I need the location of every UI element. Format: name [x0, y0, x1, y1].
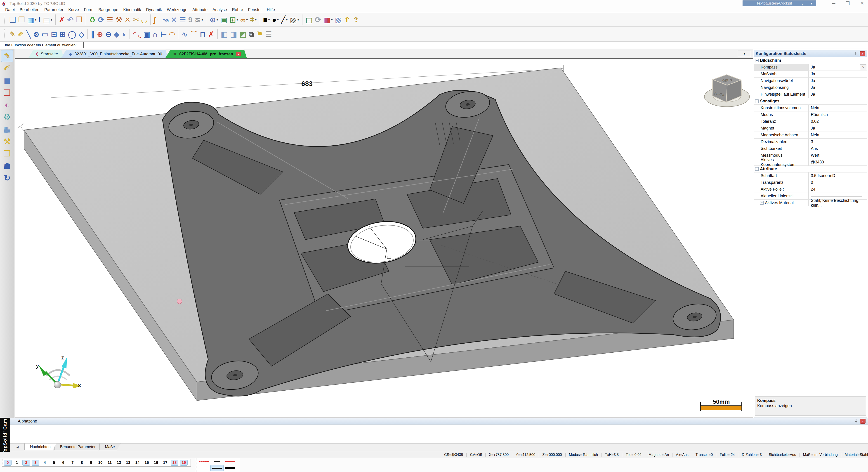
menu-bearbeiten[interactable]: Bearbeiten	[17, 7, 42, 12]
property-value[interactable]: Nein	[809, 105, 867, 111]
layer-15[interactable]: 15	[143, 460, 151, 466]
double-rectangle-button[interactable]: ⊞	[58, 28, 67, 40]
dropdown-arrow-icon[interactable]: ▾	[237, 18, 238, 22]
ellipse-tool-button[interactable]: ◯	[67, 28, 77, 40]
dropdown-arrow-icon[interactable]: ▾	[277, 18, 279, 22]
menu-werkzeuge[interactable]: Werkzeuge	[164, 7, 190, 12]
collapse-icon[interactable]: −	[755, 167, 758, 171]
menu-kinematik[interactable]: Kinematik	[121, 7, 144, 12]
property-value[interactable]: 3	[809, 138, 867, 145]
layer-1[interactable]: 1	[13, 460, 21, 466]
color-swatch-button[interactable]: ■▾	[262, 14, 271, 26]
property-value[interactable]: 3.5 IsonormD	[809, 172, 867, 179]
alphazone-content[interactable]	[10, 424, 868, 443]
unlink-curve-button[interactable]: ✕	[170, 14, 178, 26]
alphazone-tab-mae[interactable]: Maße	[99, 443, 121, 450]
solid-box-button[interactable]: ◼	[1, 74, 13, 86]
property-row[interactable]: Aktive Folie :24	[754, 186, 867, 193]
zoom-in-button[interactable]: ⊕▾	[209, 14, 219, 26]
shell-tool-button[interactable]: ◡	[140, 14, 148, 26]
property-row[interactable]: NavigationsringJa	[754, 84, 867, 91]
new-document-button[interactable]: ❏	[8, 14, 17, 26]
layer-11[interactable]: 11	[106, 460, 114, 466]
refresh-view-button[interactable]: ⟳	[97, 14, 105, 26]
curve-sliders-button[interactable]: ☰	[178, 14, 187, 26]
smooth-curve-button[interactable]: ↝	[161, 14, 170, 26]
sketch-pencil-button[interactable]: ✎	[8, 28, 17, 40]
linestyle-dashdot-red[interactable]	[197, 459, 211, 465]
prism-solid-button[interactable]: ◆	[113, 28, 121, 40]
linestyle-solid-red[interactable]	[223, 459, 237, 465]
shape-sketch-button[interactable]: ✐	[1, 62, 13, 74]
collapse-icon[interactable]: −	[755, 99, 758, 103]
alphazone-tab-nachrichten[interactable]: Nachrichten	[24, 443, 56, 450]
chamfer-corner-button[interactable]: ◟	[137, 28, 142, 40]
parallel-lines-button[interactable]: ∥	[90, 28, 96, 40]
property-value[interactable]: Ja	[809, 91, 867, 98]
pocket-rects-button[interactable]: ▣	[142, 28, 151, 40]
property-value[interactable]: Ja˅	[809, 64, 867, 70]
analysis-view-button[interactable]: ▧	[334, 14, 343, 26]
layer-8[interactable]: 8	[78, 460, 86, 466]
circle-center-button[interactable]: ⊗	[32, 28, 40, 40]
recycle-bin-button[interactable]: ♻	[88, 14, 97, 26]
menu-baugruppe[interactable]: Baugruppe	[96, 7, 121, 12]
property-value[interactable]: Nein	[809, 132, 867, 138]
navigation-cube[interactable]: OBEN VORNE	[704, 74, 749, 107]
pliers-tool-button[interactable]: ✕	[123, 14, 132, 26]
linewidth-medium[interactable]	[211, 465, 223, 471]
hook-selector-button[interactable]: 9	[187, 14, 193, 26]
property-value[interactable]: Ja	[809, 71, 867, 77]
menu-form[interactable]: Form	[81, 7, 96, 12]
contour-pencil-button[interactable]: ✐	[17, 28, 25, 40]
layer-7[interactable]: 7	[69, 460, 76, 466]
menu-hilfe[interactable]: Hilfe	[264, 7, 277, 12]
hammer-tool-button[interactable]: ⚒	[114, 14, 123, 26]
sketch-mode-button[interactable]: ✎	[1, 50, 13, 62]
property-value[interactable]: Stahl, Keine Beschichtung, kein...	[809, 199, 867, 206]
curve-offset-button[interactable]: ◠	[168, 28, 176, 40]
section-view-button[interactable]: ǂ▾	[249, 14, 258, 26]
revolve-solid-button[interactable]: ◗	[121, 28, 127, 40]
document-info-button[interactable]: i	[37, 14, 42, 26]
layer-17[interactable]: 17	[161, 460, 169, 466]
dropdown-arrow-icon[interactable]: ▾	[286, 18, 288, 22]
slot-tool-button[interactable]: ⊖	[104, 28, 113, 40]
tab-cam-document[interactable]: ☸62F2FK-H4-0M_pro_fraesenx	[165, 50, 247, 58]
menu-datei[interactable]: Datei	[3, 7, 17, 12]
constraint-pin-button[interactable]: ⚑	[255, 28, 264, 40]
layer-4[interactable]: 4	[41, 460, 49, 466]
connect-bracket-button[interactable]: ⊓	[199, 28, 207, 40]
alphazone-tab-benannteparameter[interactable]: Benannte Parameter	[55, 443, 101, 450]
line-style-button[interactable]: ╱▾	[280, 14, 289, 26]
property-row[interactable]: Dezimalzahlen3	[754, 138, 867, 145]
stock-definition-button[interactable]: ❐	[1, 148, 13, 160]
tooling-setup-button[interactable]: ⚒	[1, 136, 13, 147]
dropdown-arrow-icon[interactable]: ▾	[217, 18, 218, 22]
property-row[interactable]: Hinweispfeil auf ElementJa	[754, 91, 867, 98]
lift-assembly-button[interactable]: ⇪	[351, 14, 360, 26]
chevron-down-icon[interactable]: ˅	[860, 64, 866, 70]
solid-chamfer-button[interactable]: ◨	[229, 28, 238, 40]
surface-sheet-button[interactable]: ❏	[1, 87, 13, 99]
textbaustein-cockpit-widget[interactable]: Textbaustein-Cockpit ╤ ▼	[743, 0, 816, 6]
print-document-button[interactable]: ▤▾	[42, 14, 53, 26]
panel-close-icon[interactable]: x	[860, 51, 865, 56]
open-document-button[interactable]: ❐	[17, 14, 26, 26]
rectangle-tool-button[interactable]: ▭	[40, 28, 50, 40]
layer-19[interactable]: 19	[180, 460, 188, 466]
property-value[interactable]: Ja	[809, 77, 867, 84]
collapse-icon[interactable]: −	[755, 59, 758, 62]
property-row[interactable]: KonstruktionsvolumenNein	[754, 105, 867, 112]
property-row[interactable]: +Aktives MaterialStahl, Keine Beschichtu…	[754, 199, 867, 207]
dropdown-arrow-icon[interactable]: ▾	[51, 18, 52, 22]
property-row[interactable]: Schriftart3.5 IsonormD	[754, 172, 867, 179]
layer-10[interactable]: 10	[96, 460, 104, 466]
machine-simulation-button[interactable]: ▦	[1, 123, 13, 135]
dropdown-arrow-icon[interactable]: ▾	[255, 18, 256, 22]
tab-part-document[interactable]: ◆322891_V00_Einlaufschnecke_Fue-Automat~…	[61, 50, 168, 58]
trim-line-button[interactable]: ⊢	[159, 28, 168, 40]
minimize-button[interactable]: ─	[832, 1, 835, 6]
turning-analysis-button[interactable]: ↻	[1, 172, 13, 184]
dropdown-arrow-icon[interactable]: ▾	[202, 18, 203, 22]
